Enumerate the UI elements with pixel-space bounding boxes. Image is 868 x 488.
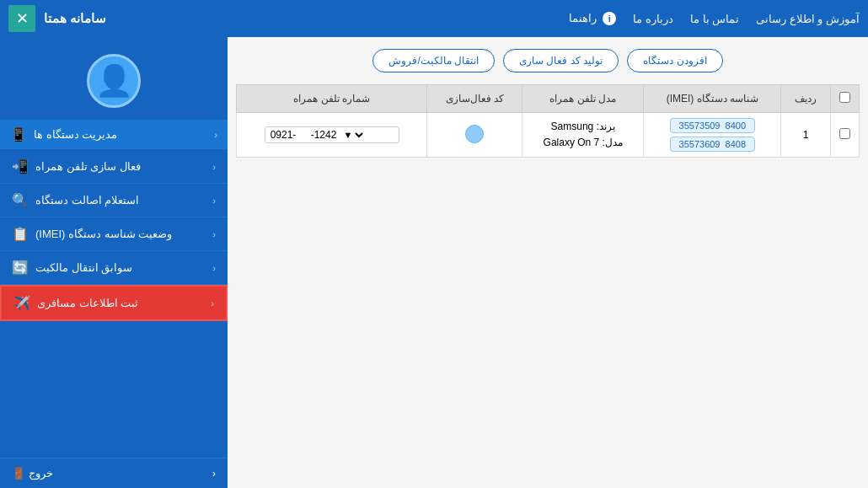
app-title: سامانه همتا [44, 11, 106, 26]
device-authenticity-label: استعلام اصالت دستگاه [35, 194, 139, 206]
sidebar-item-traveler-info[interactable]: ‹ ثبت اطلاعات مسافری ✈️ [0, 285, 228, 321]
info-icon: i [603, 12, 616, 25]
imei-badge-2: 35573609 8408 [670, 137, 756, 152]
table-row: 1 35573509 8400 35573609 8408 برند: Sams… [237, 113, 860, 158]
activation-indicator [465, 125, 484, 143]
sidebar-section-header: ‹ مدیریت دستگاه ها 📱 [0, 120, 228, 150]
traveler-info-label: ثبت اطلاعات مسافری [37, 297, 138, 309]
col-checkbox [831, 85, 860, 113]
imei-status-icon: 📋 [12, 226, 29, 242]
imei-cell: 35573509 8400 35573609 8408 [644, 113, 781, 158]
phone-prefix: 0921- [271, 129, 297, 141]
logout-right: خروج 🚪 [12, 467, 53, 480]
row-checkbox[interactable] [839, 128, 850, 139]
device-table-container: ردیف شناسه دستگاه (IMEI) مدل تلفن همراه … [228, 84, 868, 488]
traveler-info-icon: ✈️ [13, 295, 30, 311]
phone-input-wrapper[interactable]: 0921- -1242 ▼ [265, 126, 399, 143]
sidebar-logout[interactable]: ‹ خروج 🚪 [0, 458, 228, 488]
item-chevron-3: ‹ [212, 229, 216, 239]
phone-dropdown[interactable]: ▼ [340, 129, 366, 141]
sidebar-menu: ‹ فعال سازی تلفن همراه 📲 ‹ استعلام اصالت… [0, 150, 228, 458]
item-chevron-1: ‹ [212, 162, 216, 172]
section-title-text: مدیریت دستگاه ها [34, 128, 117, 141]
user-icon: 👤 [95, 63, 133, 99]
ownership-history-icon: 🔄 [12, 260, 29, 276]
top-header: آموزش و اطلاع رسانی تماس با ما درباره ما… [0, 0, 868, 37]
item-chevron-4: ‹ [212, 263, 216, 273]
item-right-4: سوابق انتقال مالکیت 🔄 [12, 260, 132, 276]
item-right-1: فعال سازی تلفن همراه 📲 [12, 158, 141, 174]
brand-text: برند: Samsung [531, 119, 635, 135]
main-layout: افزودن دستگاه تولید کد فعال سازی انتقال … [0, 37, 868, 488]
devices-icon: 📱 [10, 126, 27, 142]
sidebar-profile: 👤 [0, 37, 228, 120]
item-chevron-2: ‹ [212, 196, 216, 206]
phone-middle: -1242 [299, 129, 336, 141]
imei-status-label: وضعیت شناسه دستگاه (IMEI) [35, 228, 172, 240]
device-authenticity-icon: 🔍 [12, 192, 29, 208]
col-phone: شماره تلفن همراه [237, 85, 427, 113]
item-right-2: استعلام اصالت دستگاه 🔍 [12, 192, 139, 208]
sidebar-item-device-authenticity[interactable]: ‹ استعلام اصالت دستگاه 🔍 [0, 184, 228, 217]
avatar: 👤 [87, 54, 141, 108]
col-activation: کد فعال‌سازی [427, 85, 522, 113]
content-area: افزودن دستگاه تولید کد فعال سازی انتقال … [228, 37, 868, 488]
col-row-num: ردیف [781, 85, 831, 113]
logout-icon: 🚪 [12, 467, 25, 480]
phone-cell: 0921- -1242 ▼ [237, 113, 427, 158]
nav-help[interactable]: i راهنما [569, 12, 617, 25]
logout-chevron: ‹ [212, 467, 216, 480]
nav-about[interactable]: درباره ما [633, 13, 673, 25]
sidebar-item-ownership-history[interactable]: ‹ سوابق انتقال مالکیت 🔄 [0, 251, 228, 285]
nav-links: آموزش و اطلاع رسانی تماس با ما درباره ما… [569, 12, 860, 25]
generate-code-button[interactable]: تولید کد فعال سازی [503, 49, 619, 72]
device-table: ردیف شناسه دستگاه (IMEI) مدل تلفن همراه … [236, 84, 860, 158]
sidebar-item-imei-status[interactable]: ‹ وضعیت شناسه دستگاه (IMEI) 📋 [0, 217, 228, 251]
row-checkbox-cell[interactable] [831, 113, 860, 158]
col-model: مدل تلفن همراه [522, 85, 644, 113]
activate-phone-label: فعال سازی تلفن همراه [35, 160, 141, 173]
sidebar-item-activate-phone[interactable]: ‹ فعال سازی تلفن همراه 📲 [0, 150, 228, 184]
select-all-checkbox[interactable] [839, 92, 850, 103]
item-right-3: وضعیت شناسه دستگاه (IMEI) 📋 [12, 226, 172, 242]
col-imei: شناسه دستگاه (IMEI) [644, 85, 781, 113]
action-buttons-row: افزودن دستگاه تولید کد فعال سازی انتقال … [228, 37, 868, 84]
model-cell: برند: Samsung مدل: Galaxy On 7 [522, 113, 644, 158]
nav-training[interactable]: آموزش و اطلاع رسانی [756, 13, 860, 25]
section-chevron: ‹ [214, 130, 217, 140]
brand-model-text: برند: Samsung مدل: Galaxy On 7 [531, 119, 635, 151]
section-title-group: مدیریت دستگاه ها 📱 [10, 126, 117, 142]
model-text: مدل: Galaxy On 7 [531, 135, 635, 151]
activation-cell [427, 113, 522, 158]
sidebar: 👤 ‹ مدیریت دستگاه ها 📱 ‹ فعال سازی تلفن … [0, 37, 228, 488]
table-header-row: ردیف شناسه دستگاه (IMEI) مدل تلفن همراه … [237, 85, 860, 113]
row-num-cell: 1 [781, 113, 831, 158]
add-device-button[interactable]: افزودن دستگاه [627, 49, 722, 72]
nav-contact[interactable]: تماس با ما [690, 13, 739, 25]
activate-phone-icon: 📲 [12, 158, 29, 174]
imei-badge-1: 35573509 8400 [670, 118, 756, 133]
ownership-history-label: سوابق انتقال مالکیت [35, 261, 132, 274]
item-chevron-5: ‹ [211, 298, 214, 308]
close-button[interactable]: ✕ [8, 5, 35, 32]
logout-label: خروج [29, 467, 53, 480]
transfer-ownership-button[interactable]: انتقال مالکیت/فروش [372, 49, 495, 72]
item-right-5: ثبت اطلاعات مسافری ✈️ [13, 295, 138, 311]
